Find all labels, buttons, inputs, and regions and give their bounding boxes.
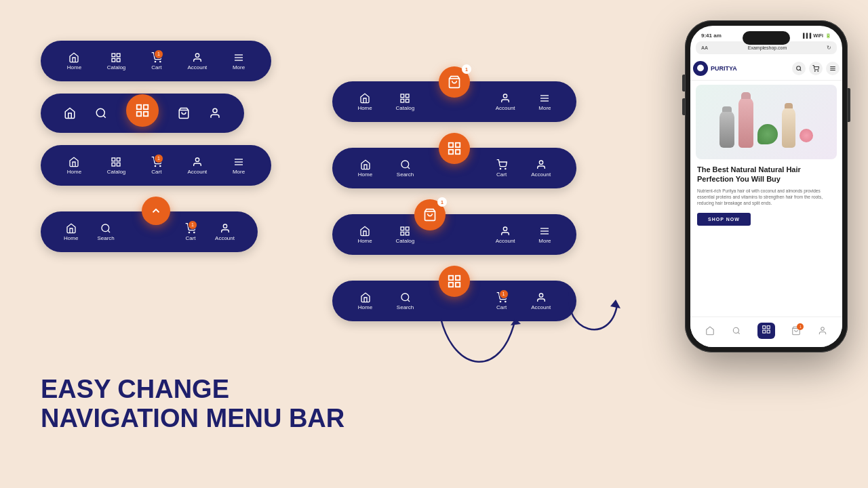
svg-rect-61 xyxy=(456,276,460,280)
rn4-search[interactable]: Search xyxy=(397,292,414,310)
floating-catalog-r4[interactable] xyxy=(439,266,470,297)
svg-rect-18 xyxy=(112,158,115,161)
bottle-3 xyxy=(782,107,795,148)
rn4-home[interactable]: Home xyxy=(358,292,372,310)
svg-point-46 xyxy=(401,161,409,168)
svg-line-11 xyxy=(103,115,105,117)
rn3-catalog[interactable]: Catalog xyxy=(396,226,415,244)
phone-nav-search[interactable] xyxy=(732,326,741,336)
menu-btn[interactable] xyxy=(826,62,840,75)
nav-item-catalog[interactable]: Catalog xyxy=(107,52,126,70)
phone-nav-home[interactable] xyxy=(705,326,715,336)
nav-item-account-2[interactable] xyxy=(209,107,221,119)
rn1-more[interactable]: More xyxy=(538,93,551,111)
nav-item-account-4[interactable]: Account xyxy=(215,223,235,241)
product-bottles xyxy=(713,90,820,155)
right-bar-3-wrapper: 1 Home Catalog Account More xyxy=(332,201,576,255)
headline-line2: NAVIGATION MENU BAR xyxy=(41,404,344,434)
headline-line1: EASY CHANGE xyxy=(41,375,344,405)
rn2-cart[interactable]: Cart xyxy=(496,159,507,178)
rn1-catalog[interactable]: Catalog xyxy=(396,93,415,111)
nav-item-account-3[interactable]: Account xyxy=(187,157,207,175)
svg-rect-43 xyxy=(456,143,460,147)
dynamic-island xyxy=(743,31,790,45)
nav-item-home-4[interactable]: Home xyxy=(64,223,78,241)
rn2-account[interactable]: Account xyxy=(531,159,551,178)
nav-item-cart-4[interactable]: 1 Cart xyxy=(185,223,196,241)
product-title: The Best Natural Natural Hair Perfection… xyxy=(697,165,835,184)
svg-rect-81 xyxy=(767,330,770,333)
svg-rect-20 xyxy=(117,163,121,166)
bottle-1 xyxy=(719,110,734,148)
svg-point-38 xyxy=(503,94,507,98)
svg-rect-80 xyxy=(767,326,770,329)
svg-rect-42 xyxy=(449,143,453,147)
svg-line-47 xyxy=(408,167,410,169)
rn3-account[interactable]: Account xyxy=(496,226,515,244)
svg-point-73 xyxy=(818,70,818,71)
svg-point-48 xyxy=(500,168,500,169)
svg-line-29 xyxy=(108,230,110,232)
bottle-2 xyxy=(738,97,753,148)
nav-item-cart-2[interactable] xyxy=(178,107,190,119)
rose-deco xyxy=(800,129,813,142)
phone-logo-bar: PURITYA xyxy=(690,57,842,81)
phone-nav-account[interactable] xyxy=(818,326,827,336)
cart-btn[interactable] xyxy=(809,62,823,75)
svg-rect-53 xyxy=(406,227,410,230)
rn1-home[interactable]: Home xyxy=(357,93,372,111)
floating-cart-r3[interactable]: 1 xyxy=(414,199,446,230)
right-bar-1-wrapper: 1 Home Catalog Account More xyxy=(332,68,576,122)
nav-item-cart-3[interactable]: 1 Cart xyxy=(151,157,162,175)
nav-item-search-4[interactable]: Search xyxy=(97,223,114,241)
svg-rect-36 xyxy=(406,99,410,102)
nav-item-account[interactable]: Account xyxy=(187,52,207,70)
signal-icon: ▐▐▐ xyxy=(801,33,811,38)
svg-rect-44 xyxy=(456,150,460,154)
nav-item-search-2[interactable] xyxy=(95,107,107,119)
svg-rect-62 xyxy=(456,283,460,287)
nav-item-catalog-3[interactable]: Catalog xyxy=(107,157,126,175)
battery-icon: 🔋 xyxy=(825,33,831,39)
product-info: The Best Natural Natural Hair Perfection… xyxy=(696,165,837,226)
reload-icon[interactable]: ↻ xyxy=(827,45,831,51)
phone-nav-catalog-active[interactable] xyxy=(757,323,775,339)
nav-item-cart[interactable]: 1 Cart xyxy=(151,52,162,70)
nav-item-catalog-active[interactable] xyxy=(126,94,159,127)
nav-item-home[interactable]: Home xyxy=(67,52,81,70)
nav-item-home-3[interactable]: Home xyxy=(67,157,81,175)
rn3-home[interactable]: Home xyxy=(357,226,372,244)
nav-bar-4-wrapper: Home Search 1 Cart Account xyxy=(41,198,271,252)
phone-nav-cart[interactable]: 1 xyxy=(791,326,801,336)
phone-mockup: 9:41 am ▐▐▐ WiFi 🔋 AA Exampleshop.com ↻ xyxy=(685,20,848,352)
svg-rect-45 xyxy=(449,150,453,154)
nav-item-more[interactable]: More xyxy=(233,52,245,70)
svg-rect-14 xyxy=(144,112,148,116)
svg-rect-37 xyxy=(401,99,404,102)
svg-rect-35 xyxy=(406,94,410,98)
search-btn[interactable] xyxy=(792,62,806,75)
svg-rect-13 xyxy=(144,105,148,109)
nav-item-more-3[interactable]: More xyxy=(233,157,245,175)
rn2-search[interactable]: Search xyxy=(397,159,414,178)
floating-catalog-r2[interactable] xyxy=(439,133,470,164)
svg-point-28 xyxy=(102,224,109,232)
nav-item-home-2[interactable] xyxy=(64,107,76,119)
floating-cart-r1[interactable]: 1 xyxy=(439,66,470,98)
rn3-more[interactable]: More xyxy=(538,226,551,244)
product-description: Nutrient-rich Puritya hair oil with coco… xyxy=(697,188,835,206)
phone-outer-frame: 9:41 am ▐▐▐ WiFi 🔋 AA Exampleshop.com ↻ xyxy=(685,20,848,352)
brand-logo: PURITYA xyxy=(693,61,737,76)
svg-point-49 xyxy=(505,168,505,169)
nav-bar-2 xyxy=(41,94,244,133)
rn1-account[interactable]: Account xyxy=(496,93,515,111)
svg-point-23 xyxy=(160,165,161,166)
svg-marker-85 xyxy=(610,300,620,308)
right-nav-bar-3: Home Catalog Account More xyxy=(332,214,576,255)
svg-line-65 xyxy=(408,300,410,302)
floating-catalog-icon[interactable] xyxy=(142,197,170,225)
svg-rect-63 xyxy=(449,283,453,287)
rn2-home[interactable]: Home xyxy=(358,159,372,178)
shop-now-button[interactable]: SHOP NOW xyxy=(697,213,751,226)
svg-rect-82 xyxy=(763,330,766,333)
